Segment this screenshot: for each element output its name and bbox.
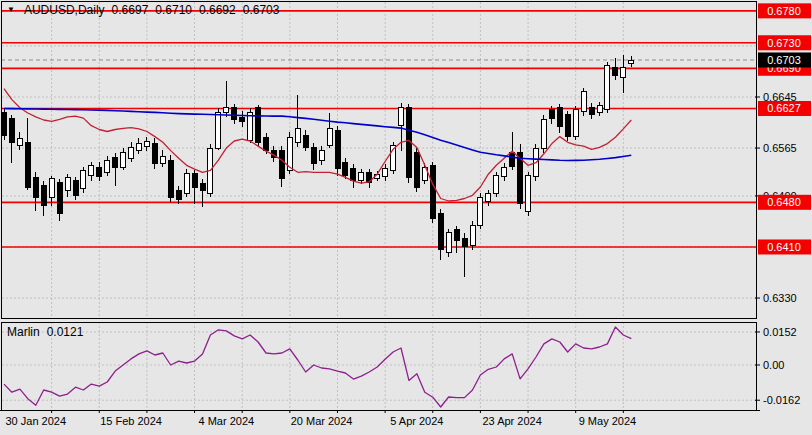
candle-bear [2, 112, 7, 135]
candle-bull [446, 233, 451, 252]
date-label: 23 Apr 2024 [482, 415, 541, 427]
candle-bull [526, 176, 531, 212]
candle-bull [541, 119, 546, 148]
candle-bull [224, 108, 229, 113]
candle-bull [160, 156, 165, 163]
indicator-tick-label: -0.0162 [763, 394, 800, 406]
date-label: 5 Apr 2024 [390, 415, 443, 427]
candle-bear [240, 117, 245, 122]
candle-bear [343, 162, 348, 175]
candle-bear [430, 165, 435, 218]
candle-bear [192, 174, 197, 188]
candle-bull [486, 193, 491, 201]
candle-bear [438, 214, 443, 250]
candle-bear [613, 67, 618, 76]
ohlc-open: 0.6697 [112, 3, 149, 17]
candle-bull [81, 170, 86, 188]
date-label: 15 Feb 2024 [100, 415, 162, 427]
candle-bull [121, 153, 126, 168]
date-label: 9 May 2024 [579, 415, 636, 427]
candle-bull [129, 147, 134, 158]
candle-bull [327, 128, 332, 145]
candle-bull [478, 197, 483, 225]
indicator-label: Marlin0.0121 [7, 325, 83, 339]
price-level-tag-label: 0.6730 [767, 37, 801, 49]
candle-bull [621, 68, 626, 78]
candle-bear [256, 108, 261, 143]
candle-bear [510, 153, 515, 167]
candle-bear [311, 147, 316, 163]
candle-bear [279, 150, 284, 179]
price-tick-label: 0.6330 [763, 292, 797, 304]
candle-bear [41, 186, 46, 206]
candle-bear [303, 135, 308, 147]
candle-bull [65, 177, 70, 190]
date-label: 30 Jan 2024 [5, 415, 66, 427]
candle-bull [144, 141, 149, 147]
price-tick-label: 0.6565 [763, 142, 797, 154]
candle-bull [573, 110, 578, 137]
candle-bull [319, 150, 324, 160]
candle-bear [97, 168, 102, 176]
candle-bear [33, 177, 38, 197]
candle-bear [152, 143, 157, 163]
chart-header: ▼AUDUSD,Daily0.66970.67100.66920.6703 [7, 3, 279, 17]
price-level-tag-label: 0.6480 [767, 196, 801, 208]
indicator-tick-label: 0.0152 [763, 326, 797, 338]
candle-bull [359, 172, 364, 180]
candle-bull [105, 160, 110, 172]
ohlc-high: 0.6710 [155, 3, 192, 17]
candle-bull [216, 112, 221, 148]
candle-bull [629, 60, 634, 64]
date-label: 4 Mar 2024 [198, 415, 254, 427]
mt-chart-window: 0.66450.65650.64900.63300.01520.00-0.016… [0, 0, 812, 435]
candle-bull [597, 106, 602, 112]
candle-bear [414, 153, 419, 188]
candle-bull [383, 169, 388, 177]
candle-bull [399, 108, 404, 125]
candle-bear [565, 115, 570, 137]
price-level-tag-label: 0.6780 [767, 5, 801, 17]
candle-bull [581, 92, 586, 112]
candle-bull [49, 178, 54, 197]
chart-symbol-label: AUDUSD,Daily [24, 3, 105, 17]
ohlc-close: 0.6703 [243, 3, 280, 17]
candle-bear [176, 191, 181, 199]
candle-bull [470, 226, 475, 245]
price-level-tag-label: 0.6627 [767, 102, 801, 114]
candle-bear [351, 169, 356, 181]
current-price-tag-label: 0.6703 [767, 54, 801, 66]
candle-bear [549, 110, 554, 119]
ohlc-low: 0.6692 [199, 3, 236, 17]
candle-bull [295, 128, 300, 142]
candle-bear [557, 108, 562, 127]
candle-bear [264, 137, 269, 150]
candle-bull [17, 139, 22, 146]
candle-bear [589, 107, 594, 115]
candle-bull [605, 65, 610, 110]
candle-bear [200, 184, 205, 191]
indicator-value: 0.0121 [47, 325, 84, 339]
dropdown-triangle-icon: ▼ [7, 5, 15, 14]
candle-bear [232, 108, 237, 120]
candle-bull [137, 143, 142, 150]
candle-bull [502, 167, 507, 177]
candle-bear [73, 181, 78, 196]
candle-bear [335, 130, 340, 168]
indicator-tick-label: 0.00 [763, 359, 784, 371]
candle-bear [57, 183, 62, 214]
candle-bull [494, 176, 499, 194]
chart-canvas[interactable]: 0.66450.65650.64900.63300.01520.00-0.016… [0, 0, 812, 435]
candle-bear [168, 160, 173, 197]
candle-bear [454, 230, 459, 241]
candle-bull [89, 165, 94, 175]
candle-bear [462, 238, 467, 247]
indicator-name: Marlin [7, 325, 40, 339]
date-label: 20 Mar 2024 [291, 415, 353, 427]
candle-bear [113, 157, 118, 167]
candle-bear [25, 142, 30, 187]
candle-bull [184, 174, 189, 194]
price-level-tag-label: 0.6410 [767, 241, 801, 253]
candle-bear [9, 118, 14, 142]
